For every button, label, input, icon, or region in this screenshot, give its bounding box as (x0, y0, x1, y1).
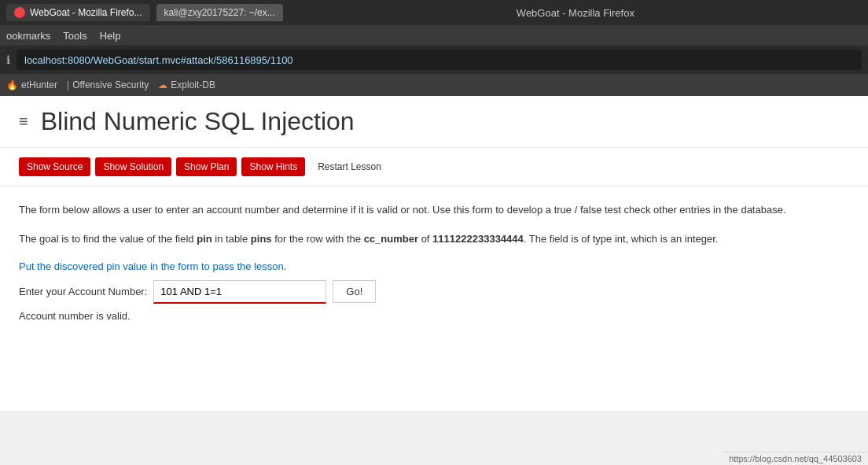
menu-tools[interactable]: Tools (63, 30, 86, 42)
firefox-icon (14, 7, 25, 18)
tab-label-webgoat: WebGoat - Mozilla Firefo... (30, 7, 142, 18)
browser-window-title: WebGoat - Mozilla Firefox (289, 7, 862, 19)
show-source-button[interactable]: Show Source (19, 157, 90, 176)
nethunter-icon: 🔥 (6, 79, 18, 90)
page-header: ≡ Blind Numeric SQL Injection (0, 96, 868, 148)
goal-text: The goal is to find the value of the fie… (19, 231, 849, 248)
bookmark-exploit-label: Exploit-DB (171, 79, 215, 90)
go-button[interactable]: Go! (333, 280, 376, 303)
main-content: The form below allows a user to enter an… (0, 186, 868, 338)
action-bar: Show Source Show Solution Show Plan Show… (0, 148, 868, 186)
menu-help[interactable]: Help (100, 30, 121, 42)
show-solution-button[interactable]: Show Solution (95, 157, 171, 176)
restart-lesson-button[interactable]: Restart Lesson (310, 157, 389, 176)
result-text: Account number is valid. (19, 310, 849, 322)
account-number-input[interactable] (153, 280, 326, 304)
browser-titlebar: WebGoat - Mozilla Firefo... kali@zxy2017… (0, 0, 868, 25)
account-number-label: Enter your Account Number: (19, 286, 147, 297)
tab-label-terminal: kali@zxy20175227: ~/ex... (164, 7, 275, 18)
page-content: ≡ Blind Numeric SQL Injection Show Sourc… (0, 96, 868, 411)
browser-menubar: ookmarks Tools Help (0, 25, 868, 46)
show-hints-button[interactable]: Show Hints (241, 157, 305, 176)
menu-bookmarks[interactable]: ookmarks (6, 30, 50, 42)
address-bar-input[interactable] (17, 50, 862, 70)
browser-addressbar: ℹ (0, 46, 868, 74)
info-icon: ℹ (6, 54, 10, 66)
bookmark-exploit-db[interactable]: ☁ Exploit-DB (158, 79, 215, 90)
bookmark-offensive-label: Offensive Security (72, 79, 149, 90)
bookmark-nethunter[interactable]: 🔥 etHunter (6, 79, 57, 90)
account-form-row: Enter your Account Number: Go! (19, 280, 849, 304)
exploit-db-icon: ☁ (158, 79, 167, 90)
bookmark-nethunter-label: etHunter (21, 79, 57, 90)
put-text: Put the discovered pin value in the form… (19, 260, 849, 272)
offensive-security-icon: | (67, 79, 69, 90)
page-title: Blind Numeric SQL Injection (41, 107, 355, 136)
browser-tab-webgoat[interactable]: WebGoat - Mozilla Firefo... (6, 4, 150, 21)
bookmarks-bar: 🔥 etHunter | Offensive Security ☁ Exploi… (0, 74, 868, 96)
browser-tab-terminal[interactable]: kali@zxy20175227: ~/ex... (156, 4, 283, 21)
hamburger-menu-icon[interactable]: ≡ (19, 113, 28, 131)
show-plan-button[interactable]: Show Plan (176, 157, 237, 176)
bookmark-offensive-security[interactable]: | Offensive Security (67, 79, 149, 90)
description-text: The form below allows a user to enter an… (19, 202, 849, 219)
